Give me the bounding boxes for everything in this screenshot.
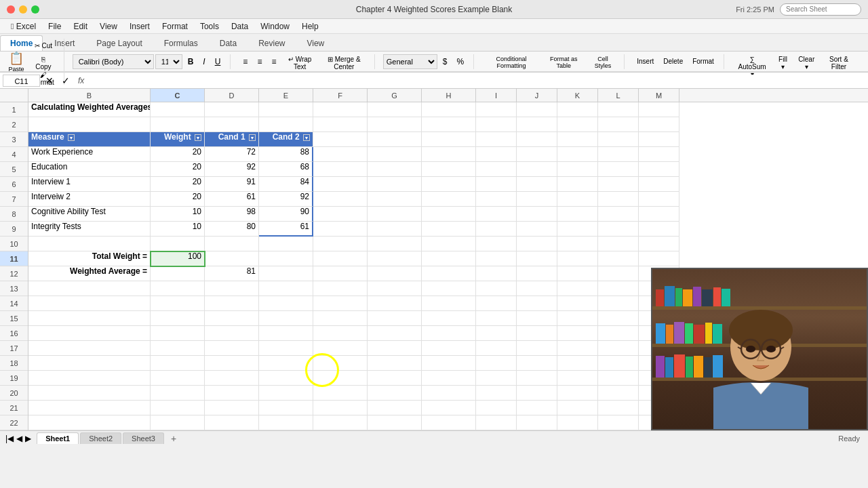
cell-b9[interactable]: Integrity Tests — [28, 222, 151, 237]
cell-e9[interactable]: 61 — [259, 222, 313, 237]
cell-c2[interactable] — [151, 117, 205, 132]
col-header-h[interactable]: H — [422, 89, 476, 102]
paste-button[interactable]: 📋 — [5, 50, 27, 65]
cell-m6[interactable] — [639, 177, 679, 192]
cell-d19[interactable] — [205, 371, 259, 386]
row-num-21[interactable]: 21 — [0, 401, 28, 415]
cell-k2[interactable] — [557, 117, 598, 132]
row-num-10[interactable]: 10 — [0, 237, 28, 251]
cell-k17[interactable] — [557, 341, 598, 356]
cell-g13[interactable] — [368, 281, 422, 296]
cell-g12[interactable] — [368, 266, 422, 281]
cell-e20[interactable] — [259, 386, 313, 401]
cell-k9[interactable] — [557, 222, 598, 237]
cell-e10[interactable] — [259, 237, 313, 251]
cell-m11[interactable] — [639, 251, 679, 266]
col-header-b[interactable]: B — [28, 89, 151, 102]
cell-e3[interactable]: Cand 2 ▼ — [259, 132, 313, 147]
menu-format[interactable]: Format — [157, 20, 193, 33]
cell-k21[interactable] — [557, 401, 598, 415]
currency-button[interactable]: $ — [439, 54, 452, 69]
cell-m2[interactable] — [639, 117, 679, 132]
sheet-tab-sheet3[interactable]: Sheet3 — [123, 432, 164, 444]
cell-f21[interactable] — [313, 401, 368, 415]
cell-m9[interactable] — [639, 222, 679, 237]
cell-f12[interactable] — [313, 266, 368, 281]
cell-c13[interactable] — [151, 281, 205, 296]
tab-view[interactable]: View — [296, 35, 334, 51]
search-input[interactable] — [780, 3, 861, 16]
cell-d1[interactable] — [205, 102, 259, 117]
cell-e18[interactable] — [259, 356, 313, 371]
cell-i13[interactable] — [476, 281, 517, 296]
cell-d11[interactable] — [205, 251, 259, 266]
cell-g4[interactable] — [368, 147, 422, 162]
cell-k18[interactable] — [557, 356, 598, 371]
cell-e5[interactable]: 68 — [259, 162, 313, 177]
cell-d20[interactable] — [205, 386, 259, 401]
cell-f8[interactable] — [313, 207, 368, 222]
col-header-j[interactable]: J — [517, 89, 557, 102]
cell-k22[interactable] — [557, 415, 598, 430]
prev-sheet-arrow[interactable]: ◀ — [16, 434, 22, 443]
cell-f20[interactable] — [313, 386, 368, 401]
cell-l9[interactable] — [598, 222, 639, 237]
cell-d8[interactable]: 98 — [205, 207, 259, 222]
weight-filter-btn[interactable]: ▼ — [195, 134, 201, 141]
menu-excel[interactable]:  Excel — [5, 20, 41, 33]
align-right-button[interactable]: ≡ — [267, 54, 280, 69]
cell-g14[interactable] — [368, 296, 422, 311]
cell-j20[interactable] — [517, 386, 557, 401]
cell-e15[interactable] — [259, 311, 313, 326]
row-num-12[interactable]: 12 — [0, 266, 28, 281]
cell-m5[interactable] — [639, 162, 679, 177]
cell-i22[interactable] — [476, 415, 517, 430]
cell-e19[interactable] — [259, 371, 313, 386]
cell-d17[interactable] — [205, 341, 259, 356]
percent-button[interactable]: % — [452, 54, 468, 69]
row-num-3[interactable]: 3 — [0, 132, 28, 147]
cell-k15[interactable] — [557, 311, 598, 326]
next-sheet-arrow[interactable]: ▶ — [25, 434, 31, 443]
cell-k4[interactable] — [557, 147, 598, 162]
cell-g22[interactable] — [368, 415, 422, 430]
cell-h19[interactable] — [422, 371, 476, 386]
cell-k11[interactable] — [557, 251, 598, 266]
cell-reference-box[interactable]: C11 — [3, 75, 40, 87]
cell-e12[interactable] — [259, 266, 313, 281]
cell-d3[interactable]: Cand 1 ▼ — [205, 132, 259, 147]
cell-b10[interactable] — [28, 237, 151, 251]
row-num-2[interactable]: 2 — [0, 117, 28, 132]
cell-h11[interactable] — [422, 251, 476, 266]
cell-k8[interactable] — [557, 207, 598, 222]
cell-l11[interactable] — [598, 251, 639, 266]
menu-insert[interactable]: Insert — [124, 20, 155, 33]
cell-h4[interactable] — [422, 147, 476, 162]
cell-f13[interactable] — [313, 281, 368, 296]
cell-f2[interactable] — [313, 117, 368, 132]
cell-d2[interactable] — [205, 117, 259, 132]
cell-h1[interactable] — [422, 102, 476, 117]
cell-c5[interactable]: 20 — [151, 162, 205, 177]
cell-d10[interactable] — [205, 237, 259, 251]
cell-f18[interactable] — [313, 356, 368, 371]
cell-styles-button[interactable]: Cell Styles — [587, 54, 619, 69]
cell-f1[interactable] — [313, 102, 368, 117]
cand1-filter-btn[interactable]: ▼ — [249, 134, 256, 141]
cell-b11[interactable]: Total Weight = — [28, 251, 151, 266]
cell-l1[interactable] — [598, 102, 639, 117]
cell-e21[interactable] — [259, 401, 313, 415]
cell-b16[interactable] — [28, 326, 151, 341]
cell-l19[interactable] — [598, 371, 639, 386]
cell-b22[interactable] — [28, 415, 151, 430]
cell-k1[interactable] — [557, 102, 598, 117]
cell-g18[interactable] — [368, 356, 422, 371]
font-family-selector[interactable]: Calibri (Body) — [73, 54, 154, 69]
cell-b5[interactable]: Education — [28, 162, 151, 177]
menu-tools[interactable]: Tools — [195, 20, 224, 33]
cell-i10[interactable] — [476, 237, 517, 251]
cell-g6[interactable] — [368, 177, 422, 192]
cell-c7[interactable]: 20 — [151, 192, 205, 207]
cell-g9[interactable] — [368, 222, 422, 237]
menu-window[interactable]: Window — [255, 20, 295, 33]
